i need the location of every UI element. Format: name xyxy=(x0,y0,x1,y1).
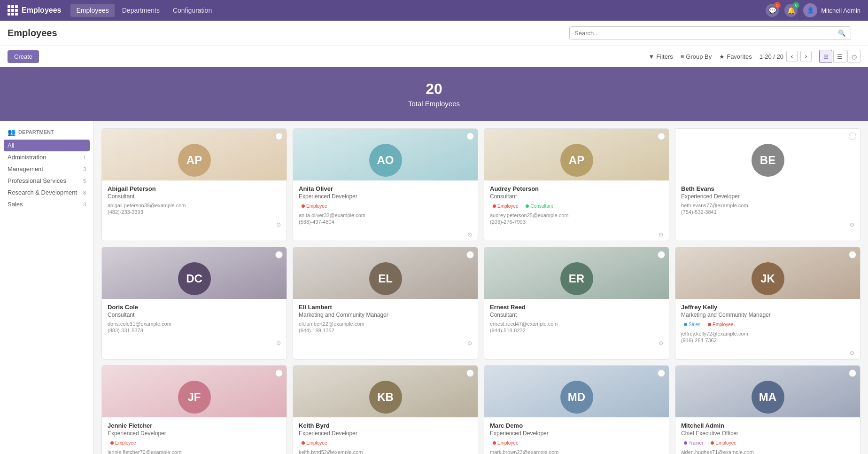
sidebar-item-administration[interactable]: Administration1 xyxy=(0,151,93,163)
card-checkbox[interactable] xyxy=(466,133,474,140)
card-footer: ⊙ xyxy=(293,338,478,349)
app-logo[interactable]: Employees xyxy=(8,5,61,16)
filters-button[interactable]: ▼ Filters xyxy=(648,53,673,60)
sidebar-item-professional-services[interactable]: Professional Services5 xyxy=(0,175,93,187)
sidebar-item-research--development[interactable]: Research & Development8 xyxy=(0,187,93,198)
more-icon[interactable]: ⊙ xyxy=(659,340,663,346)
card-checkbox[interactable] xyxy=(275,133,283,140)
card-checkbox[interactable] xyxy=(658,369,665,377)
employee-photo: ER xyxy=(484,247,669,299)
card-checkbox[interactable] xyxy=(466,369,474,377)
sidebar-section-title: 👥 DEPARTMENT xyxy=(0,128,93,140)
employee-email: doris.cole31@example.com xyxy=(108,321,281,327)
table-row[interactable]: BE Beth Evans Experienced Developer beth… xyxy=(675,128,860,241)
card-body: Doris Cole Consultant doris.cole31@examp… xyxy=(102,299,287,338)
more-icon[interactable]: ⊙ xyxy=(850,221,854,228)
employee-photo: JF xyxy=(102,366,287,417)
groupby-icon: ≡ xyxy=(681,53,684,60)
card-checkbox[interactable] xyxy=(658,251,665,258)
card-body: Anita Oliver Experienced Developer Emplo… xyxy=(293,180,478,229)
more-icon[interactable]: ⊙ xyxy=(467,340,472,346)
group-by-button[interactable]: ≡ Group By xyxy=(681,53,712,60)
filters-label: Filters xyxy=(656,53,673,60)
sidebar-item-label: All xyxy=(8,142,14,149)
table-row[interactable]: AP Abigail Peterson Consultant abigail.p… xyxy=(101,128,287,241)
more-icon[interactable]: ⊙ xyxy=(850,350,854,356)
card-footer: ⊙ xyxy=(293,229,478,241)
employee-title: Consultant xyxy=(490,312,663,318)
sidebar-item-count: 3 xyxy=(83,202,86,207)
card-body: Beth Evans Experienced Developer beth.ev… xyxy=(675,180,860,219)
nav-configuration[interactable]: Configuration xyxy=(167,4,217,17)
table-row[interactable]: AP Audrey Peterson Consultant Employee C… xyxy=(484,128,669,241)
table-row[interactable]: DC Doris Cole Consultant doris.cole31@ex… xyxy=(101,247,287,360)
employee-tags: Employee xyxy=(299,203,472,210)
grid-icon xyxy=(8,5,18,16)
favorites-button[interactable]: ★ Favorites xyxy=(719,53,752,60)
employee-photo: AP xyxy=(102,129,287,180)
pager-prev[interactable]: ‹ xyxy=(786,51,798,62)
sidebar-item-label: Research & Development xyxy=(8,189,77,196)
employee-name: Jeffrey Kelly xyxy=(681,304,854,311)
card-body: Marc Demo Experienced Developer Employee… xyxy=(484,417,669,454)
employee-email: jennie.fletcher76@example.com xyxy=(108,449,281,454)
employee-title: Experienced Developer xyxy=(490,430,663,437)
employee-name: Keith Byrd xyxy=(299,422,472,429)
search-button[interactable]: 🔍 xyxy=(833,27,851,39)
employee-photo: KB xyxy=(293,366,478,417)
employee-name: Jennie Fletcher xyxy=(108,422,281,429)
employee-phone: (883)-331-5378 xyxy=(108,328,281,333)
card-checkbox[interactable] xyxy=(849,133,856,140)
card-footer: ⊙ xyxy=(675,348,860,359)
employee-photo: EL xyxy=(293,247,478,299)
table-row[interactable]: EL Eli Lambert Marketing and Community M… xyxy=(293,247,478,360)
sidebar-item-management[interactable]: Management3 xyxy=(0,163,93,175)
nav-departments[interactable]: Departments xyxy=(116,4,165,17)
avatar: AO xyxy=(369,144,402,177)
card-checkbox[interactable] xyxy=(466,251,474,258)
sidebar-item-label: Professional Services xyxy=(8,177,66,184)
kanban-view-button[interactable]: ⊞ xyxy=(819,50,832,63)
sidebar-item-count: 1 xyxy=(83,155,86,160)
employee-tags: Employee xyxy=(299,439,472,446)
table-row[interactable]: MA Mitchell Admin Chief Executive Office… xyxy=(675,365,860,454)
table-row[interactable]: ER Ernest Reed Consultant ernest.reed47@… xyxy=(484,247,669,360)
top-nav: Employees Departments Configuration xyxy=(70,4,766,17)
card-checkbox[interactable] xyxy=(849,369,856,377)
table-row[interactable]: KB Keith Byrd Experienced Developer Empl… xyxy=(293,365,478,454)
list-view-button[interactable]: ☰ xyxy=(833,50,846,63)
body-layout: 👥 DEPARTMENT AllAdministration1Managemen… xyxy=(0,121,868,454)
avatar: EL xyxy=(369,262,402,295)
table-row[interactable]: AO Anita Oliver Experienced Developer Em… xyxy=(293,128,478,241)
nav-employees[interactable]: Employees xyxy=(70,4,114,17)
more-icon[interactable]: ⊙ xyxy=(276,221,281,228)
chat-icon[interactable]: 🔔 6 xyxy=(784,4,798,17)
pager-next[interactable]: › xyxy=(800,51,812,62)
more-icon[interactable]: ⊙ xyxy=(467,231,472,238)
more-icon[interactable]: ⊙ xyxy=(276,340,281,346)
search-input[interactable] xyxy=(570,27,833,39)
employee-title: Consultant xyxy=(108,312,281,318)
employee-tag: Employee xyxy=(705,321,736,328)
create-button[interactable]: Create xyxy=(8,50,39,63)
employee-tags: Employee xyxy=(108,439,281,446)
card-checkbox[interactable] xyxy=(849,251,856,258)
table-row[interactable]: JF Jennie Fletcher Experienced Developer… xyxy=(101,365,287,454)
sidebar-item-all[interactable]: All xyxy=(4,140,90,151)
employee-email: audrey.peterson25@example.com xyxy=(490,212,663,218)
table-row[interactable]: MD Marc Demo Experienced Developer Emplo… xyxy=(484,365,669,454)
avatar: ER xyxy=(560,262,593,295)
card-checkbox[interactable] xyxy=(658,133,665,140)
employee-phone: (482)-233-3393 xyxy=(108,209,281,215)
sidebar-item-sales[interactable]: Sales3 xyxy=(0,198,93,210)
table-row[interactable]: JK Jeffrey Kelly Marketing and Community… xyxy=(675,247,860,360)
card-checkbox[interactable] xyxy=(275,251,283,258)
employee-name: Audrey Peterson xyxy=(490,185,663,192)
messaging-icon[interactable]: 💬 5 xyxy=(766,4,779,17)
card-checkbox[interactable] xyxy=(275,369,283,377)
clock-view-button[interactable]: ◷ xyxy=(847,50,860,63)
employee-tags: Employee xyxy=(490,439,663,446)
more-icon[interactable]: ⊙ xyxy=(659,231,663,238)
user-menu[interactable]: 👤 Mitchell Admin xyxy=(803,3,860,17)
card-body: Jennie Fletcher Experienced Developer Em… xyxy=(102,417,287,454)
